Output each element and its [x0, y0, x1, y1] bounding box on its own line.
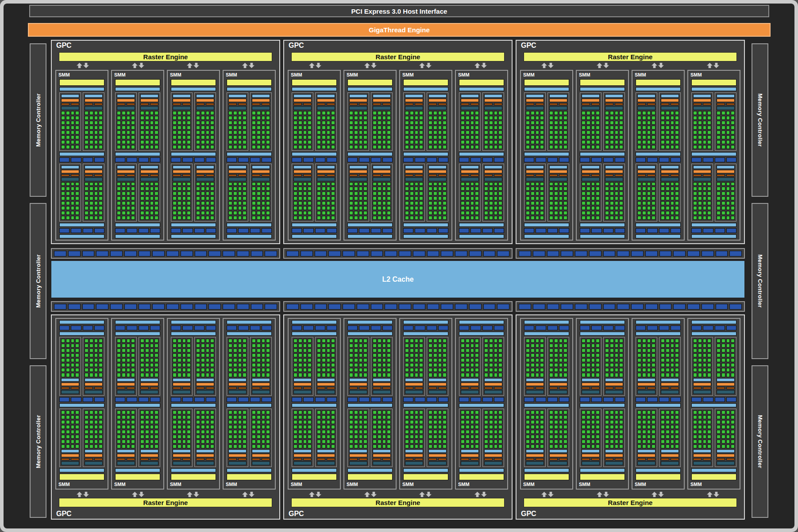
cuda-core — [596, 410, 600, 414]
cuda-core — [559, 191, 563, 195]
cuda-core — [698, 211, 702, 215]
smm-processing-block — [636, 409, 657, 467]
cuda-core — [610, 182, 614, 186]
instruction-buffer-bar — [349, 378, 367, 382]
register-file-bar — [661, 461, 679, 465]
cuda-core — [210, 145, 214, 149]
cuda-core-grid — [605, 111, 623, 149]
dispatch-unit-bar — [382, 458, 391, 460]
cuda-core — [243, 348, 247, 352]
texture-unit-segment — [659, 228, 669, 233]
cuda-core — [71, 216, 75, 220]
cuda-core — [206, 196, 210, 200]
cuda-core — [99, 182, 103, 186]
cuda-core — [410, 358, 414, 362]
cuda-core — [637, 348, 641, 352]
cuda-core — [675, 201, 679, 205]
cuda-core — [726, 358, 730, 362]
cuda-core — [75, 182, 79, 186]
cuda-core — [140, 196, 144, 200]
rop-unit-segment — [645, 251, 658, 256]
cuda-core — [99, 358, 103, 362]
smm-processing-block — [371, 92, 393, 151]
cuda-core — [322, 196, 326, 200]
texture-unit-segment — [327, 397, 337, 402]
cuda-core — [238, 116, 242, 120]
cuda-core — [145, 135, 149, 139]
processing-block-pair — [636, 164, 681, 222]
cuda-core — [145, 130, 149, 134]
cuda-core — [71, 196, 75, 200]
cuda-core — [637, 216, 641, 220]
cuda-core — [363, 339, 367, 343]
rop-unit-segment — [82, 251, 95, 256]
cuda-core — [619, 410, 623, 414]
cuda-core — [470, 339, 474, 343]
cuda-core — [536, 126, 540, 130]
cuda-core — [196, 135, 200, 139]
cuda-core — [252, 440, 256, 444]
cuda-core — [233, 116, 237, 120]
warp-scheduler-bar — [526, 454, 544, 457]
cuda-core — [378, 111, 382, 115]
cuda-core — [317, 145, 321, 149]
cuda-core — [66, 130, 70, 134]
smm-processing-block — [715, 337, 736, 396]
cuda-core — [726, 211, 730, 215]
dispatch-unit-bar — [317, 174, 325, 176]
cuda-core — [661, 140, 665, 144]
dispatch-unit-bar — [438, 174, 447, 176]
texture-units-row — [171, 228, 216, 233]
cuda-core — [410, 206, 414, 210]
cuda-core — [293, 135, 297, 139]
cuda-core — [591, 435, 595, 439]
updown-arrows-svg — [364, 491, 377, 498]
cuda-core — [266, 191, 270, 195]
dispatch-units-row — [349, 458, 367, 460]
cuda-core — [308, 425, 312, 429]
cuda-core — [308, 344, 312, 348]
dispatch-unit-bar — [252, 387, 260, 389]
texture-unit-segment — [292, 157, 302, 162]
cuda-core — [373, 339, 377, 343]
cuda-core — [443, 358, 447, 362]
rop-unit-segment — [455, 251, 467, 256]
dispatch-unit-bar — [140, 387, 149, 389]
cuda-core — [349, 358, 353, 362]
cuda-core — [661, 196, 665, 200]
cuda-core — [554, 373, 558, 377]
shared-cache-bar — [59, 320, 104, 324]
cuda-core — [526, 440, 530, 444]
cuda-core — [363, 111, 367, 115]
cuda-core — [717, 111, 721, 115]
dispatch-unit-bar — [85, 458, 93, 460]
cuda-core — [433, 196, 437, 200]
cuda-core — [549, 339, 553, 343]
warp-scheduler-bar — [140, 454, 158, 457]
register-file-bar — [526, 390, 544, 394]
shared-cache-bar — [636, 152, 681, 156]
cuda-core — [494, 358, 498, 362]
gpc-box: GPCRaster EngineSMMSMMSMMSMM — [516, 40, 745, 244]
cuda-core — [438, 425, 442, 429]
cuda-core — [303, 211, 307, 215]
warp-scheduler-bar — [637, 383, 655, 386]
texture-unit-segment — [206, 228, 216, 233]
cuda-core — [661, 339, 665, 343]
cuda-core — [489, 339, 493, 343]
cuda-core — [721, 135, 725, 139]
warp-scheduler-bar — [717, 454, 735, 457]
memory-controller-box: Memory Controller — [30, 203, 46, 359]
register-file-bar — [293, 461, 312, 465]
dispatch-units-row — [228, 174, 247, 176]
cuda-core — [419, 130, 423, 134]
cuda-core — [66, 126, 70, 130]
cuda-core — [554, 211, 558, 215]
dispatch-unit-bar — [349, 103, 358, 105]
cuda-core — [187, 339, 191, 343]
cuda-core — [428, 111, 432, 115]
cuda-core — [293, 344, 297, 348]
cuda-core — [415, 353, 419, 357]
instruction-buffer-bar — [173, 378, 191, 382]
cuda-core — [484, 211, 488, 215]
